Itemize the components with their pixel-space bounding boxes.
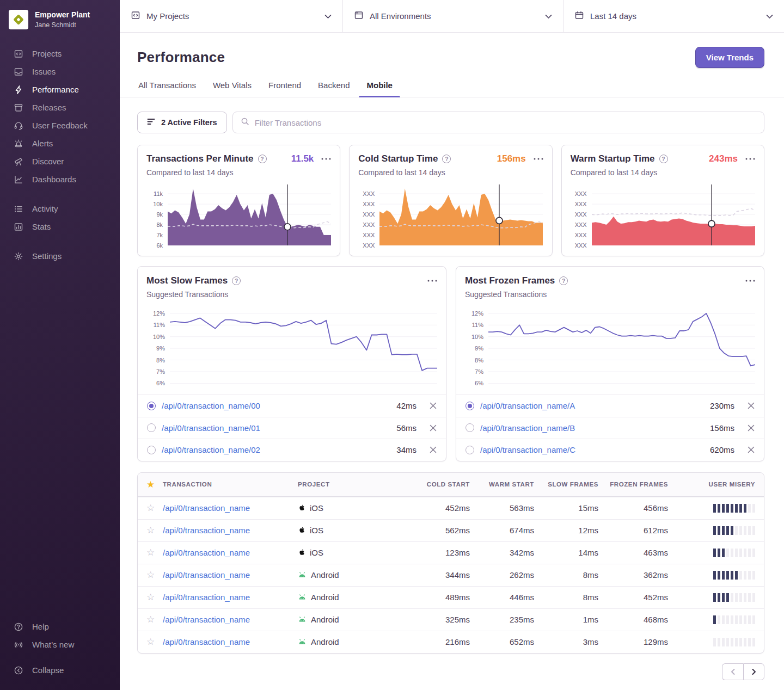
misery-segment xyxy=(722,638,725,646)
date-range-dropdown[interactable]: Last 14 days xyxy=(564,0,784,32)
sidebar-item-stats[interactable]: Stats xyxy=(0,218,120,236)
android-icon xyxy=(298,593,307,602)
transaction-radio[interactable] xyxy=(147,446,156,454)
close-icon[interactable] xyxy=(430,446,437,453)
sidebar-item-user-feedback[interactable]: User Feedback xyxy=(0,116,120,134)
misery-segment xyxy=(722,571,725,580)
tab-frontend[interactable]: Frontend xyxy=(267,81,302,97)
sidebar-item-label: User Feedback xyxy=(32,121,88,130)
transaction-radio[interactable] xyxy=(465,423,474,432)
transaction-link[interactable]: /api/0/transaction_name xyxy=(163,548,298,557)
transaction-link[interactable]: /api/0/transaction_name/B xyxy=(480,423,575,433)
transaction-link[interactable]: /api/0/transaction_name xyxy=(163,637,298,646)
sidebar-item-projects[interactable]: Projects xyxy=(0,45,120,63)
sidebar-item-releases[interactable]: Releases xyxy=(0,98,120,116)
help-icon[interactable]: ? xyxy=(559,276,568,285)
sidebar-item-settings[interactable]: Settings xyxy=(0,247,120,265)
search-input[interactable] xyxy=(255,118,756,127)
cell-slow-start: 1ms xyxy=(534,615,598,624)
misery-segment xyxy=(739,571,742,580)
misery-segment xyxy=(722,526,725,535)
misery-segment xyxy=(739,504,742,513)
view-trends-button[interactable]: View Trends xyxy=(695,47,764,68)
transaction-link[interactable]: /api/0/transaction_name xyxy=(163,526,298,535)
transaction-link[interactable]: /api/0/transaction_name xyxy=(163,615,298,624)
org-switcher[interactable]: Empower Plant Jane Schmidt xyxy=(0,8,120,32)
tab-all-transactions[interactable]: All Transactions xyxy=(137,81,197,97)
sidebar-item-issues[interactable]: Issues xyxy=(0,63,120,81)
transaction-radio[interactable] xyxy=(465,446,474,454)
user-misery-bar xyxy=(668,526,755,535)
active-filters-button[interactable]: 2 Active Filters xyxy=(137,112,227,133)
star-toggle-icon[interactable]: ☆ xyxy=(146,636,163,648)
transaction-link[interactable]: /api/0/transaction_name/01 xyxy=(162,423,260,433)
star-icon[interactable]: ★ xyxy=(146,479,163,490)
sidebar-item-discover[interactable]: Discover xyxy=(0,152,120,170)
sidebar-item-collapse[interactable]: Collapse xyxy=(0,661,120,679)
tab-web-vitals[interactable]: Web Vitals xyxy=(212,81,253,97)
close-icon[interactable] xyxy=(430,402,437,409)
transaction-link[interactable]: /api/0/transaction_name/C xyxy=(480,445,575,454)
ellipsis-menu-icon[interactable] xyxy=(321,158,331,160)
transaction-duration: 156ms xyxy=(710,423,734,433)
next-page-button[interactable] xyxy=(743,663,764,680)
transaction-radio[interactable] xyxy=(465,402,474,410)
column-header-project: PROJECT xyxy=(298,481,410,488)
broadcast-icon xyxy=(13,639,24,650)
tab-bar: All TransactionsWeb VitalsFrontendBacken… xyxy=(120,81,784,97)
help-icon[interactable]: ? xyxy=(442,155,451,163)
transaction-link[interactable]: /api/0/transaction_name xyxy=(163,503,298,513)
y-axis-tick: XXX xyxy=(575,191,587,197)
ellipsis-menu-icon[interactable] xyxy=(534,158,543,160)
star-toggle-icon[interactable]: ☆ xyxy=(146,502,163,514)
sidebar-item-whats-new[interactable]: What’s new xyxy=(0,636,120,654)
transaction-link[interactable]: /api/0/transaction_name xyxy=(163,593,298,602)
help-icon[interactable]: ? xyxy=(232,276,241,285)
transaction-radio[interactable] xyxy=(147,423,156,432)
help-icon[interactable]: ? xyxy=(258,155,267,163)
nav-group: Collapse xyxy=(0,661,120,679)
ellipsis-menu-icon[interactable] xyxy=(745,158,755,160)
close-icon[interactable] xyxy=(748,446,755,453)
transaction-duration: 230ms xyxy=(710,401,734,410)
environment-filter-dropdown[interactable]: All Environments xyxy=(343,0,564,32)
transaction-radio[interactable] xyxy=(147,402,156,410)
widget-transaction-row: /api/0/transaction_name/A230ms xyxy=(456,395,764,417)
misery-segment xyxy=(752,638,755,646)
ellipsis-menu-icon[interactable] xyxy=(427,280,437,282)
previous-page-button[interactable] xyxy=(722,663,743,680)
metric-chart: 11k10k9k8k7k6k xyxy=(146,184,331,245)
star-toggle-icon[interactable]: ☆ xyxy=(146,525,163,536)
star-toggle-icon[interactable]: ☆ xyxy=(146,569,163,581)
close-icon[interactable] xyxy=(430,424,437,432)
tab-mobile[interactable]: Mobile xyxy=(365,81,394,97)
transaction-link[interactable]: /api/0/transaction_name/00 xyxy=(162,401,260,410)
sidebar-item-help[interactable]: Help xyxy=(0,618,120,636)
close-icon[interactable] xyxy=(748,424,755,432)
y-axis-tick: 6k xyxy=(156,243,163,249)
star-toggle-icon[interactable]: ☆ xyxy=(146,592,163,603)
sidebar-item-alerts[interactable]: Alerts xyxy=(0,134,120,152)
cell-cold-start: 123ms xyxy=(410,548,470,557)
widget-transaction-row: /api/0/transaction_name/0042ms xyxy=(138,395,446,417)
ellipsis-menu-icon[interactable] xyxy=(745,280,755,282)
sidebar-item-activity[interactable]: Activity xyxy=(0,200,120,218)
issues-icon xyxy=(13,66,24,77)
star-toggle-icon[interactable]: ☆ xyxy=(146,614,163,625)
sidebar-item-performance[interactable]: Performance xyxy=(0,81,120,98)
sidebar-item-dashboards[interactable]: Dashboards xyxy=(0,170,120,188)
help-icon[interactable]: ? xyxy=(659,155,668,163)
misery-segment xyxy=(748,504,751,513)
y-axis-tick: XXX xyxy=(575,232,587,238)
transaction-link[interactable]: /api/0/transaction_name xyxy=(163,570,298,580)
project-filter-dropdown[interactable]: My Projects xyxy=(120,0,343,32)
metric-card-header: Warm Startup Time?243ms xyxy=(571,153,755,164)
star-toggle-icon[interactable]: ☆ xyxy=(146,547,163,558)
close-icon[interactable] xyxy=(748,402,755,409)
misery-segment xyxy=(752,615,755,624)
misery-segment xyxy=(752,549,755,557)
transaction-link[interactable]: /api/0/transaction_name/A xyxy=(480,401,575,410)
cell-warm-start: 446ms xyxy=(470,593,534,602)
tab-backend[interactable]: Backend xyxy=(317,81,351,97)
transaction-link[interactable]: /api/0/transaction_name/02 xyxy=(162,445,260,454)
